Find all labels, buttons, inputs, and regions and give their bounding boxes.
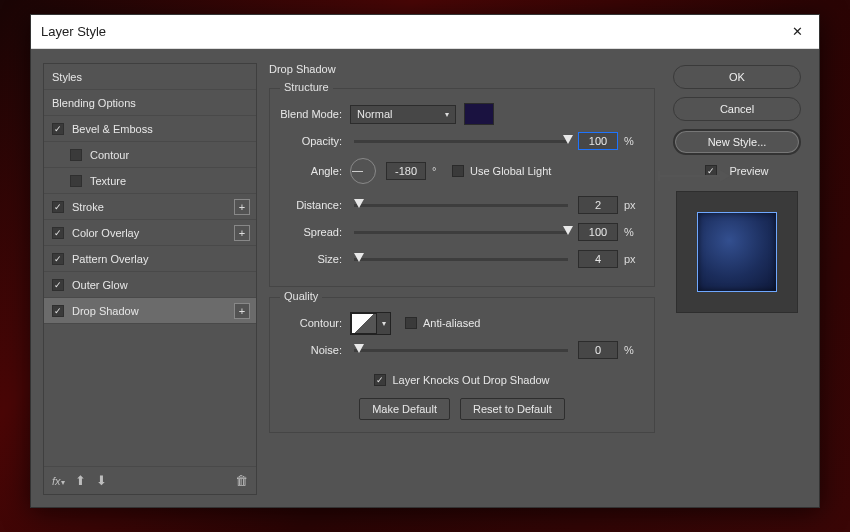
fx-menu-icon[interactable]: fx▾	[52, 473, 65, 488]
anti-aliased-checkbox[interactable]	[405, 317, 417, 329]
checkbox-icon[interactable]	[52, 253, 64, 265]
preview-label: Preview	[729, 165, 768, 177]
styles-list: Styles Blending Options Bevel & Emboss C…	[43, 63, 257, 495]
sidebar-item-label: Contour	[90, 149, 129, 161]
distance-slider[interactable]	[354, 204, 568, 207]
layer-style-dialog: Layer Style ✕ Styles Blending Options Be…	[30, 14, 820, 508]
sidebar-item-contour[interactable]: Contour	[44, 142, 256, 168]
noise-unit: %	[618, 344, 644, 356]
sidebar-item-styles[interactable]: Styles	[44, 64, 256, 90]
spread-slider[interactable]	[354, 231, 568, 234]
angle-label: Angle:	[280, 165, 350, 177]
checkbox-icon[interactable]	[52, 227, 64, 239]
opacity-unit: %	[618, 135, 644, 147]
cancel-button[interactable]: Cancel	[673, 97, 801, 121]
sidebar-item-outer-glow[interactable]: Outer Glow	[44, 272, 256, 298]
sidebar-item-drop-shadow[interactable]: Drop Shadow+	[44, 298, 256, 324]
distance-input[interactable]: 2	[578, 196, 618, 214]
angle-unit: °	[426, 165, 452, 177]
sidebar-item-color-overlay[interactable]: Color Overlay+	[44, 220, 256, 246]
blend-mode-value: Normal	[357, 108, 392, 120]
panel-title: Drop Shadow	[269, 63, 655, 75]
sidebar-item-label: Drop Shadow	[72, 305, 139, 317]
quality-legend: Quality	[280, 290, 322, 302]
size-label: Size:	[280, 253, 350, 265]
angle-dial[interactable]	[350, 158, 376, 184]
sidebar-item-label: Styles	[52, 71, 82, 83]
sidebar-item-label: Color Overlay	[72, 227, 139, 239]
opacity-input[interactable]: 100	[578, 132, 618, 150]
anti-aliased-label: Anti-aliased	[423, 317, 480, 329]
new-style-button[interactable]: New Style...	[673, 129, 801, 155]
angle-input[interactable]: -180	[386, 162, 426, 180]
contour-label: Contour:	[280, 317, 350, 329]
make-default-button[interactable]: Make Default	[359, 398, 450, 420]
sidebar-item-label: Stroke	[72, 201, 104, 213]
checkbox-icon[interactable]	[52, 279, 64, 291]
checkbox-icon[interactable]	[70, 175, 82, 187]
opacity-label: Opacity:	[280, 135, 350, 147]
spread-unit: %	[618, 226, 644, 238]
window-title: Layer Style	[41, 24, 106, 39]
size-input[interactable]: 4	[578, 250, 618, 268]
distance-unit: px	[618, 199, 644, 211]
sidebar-item-label: Texture	[90, 175, 126, 187]
sidebar-item-pattern-overlay[interactable]: Pattern Overlay	[44, 246, 256, 272]
styles-sidebar: Styles Blending Options Bevel & Emboss C…	[43, 63, 257, 495]
chevron-down-icon: ▾	[445, 110, 449, 119]
blend-mode-label: Blend Mode:	[280, 108, 350, 120]
global-light-checkbox[interactable]	[452, 165, 464, 177]
preview-thumbnail	[676, 191, 798, 313]
ok-button[interactable]: OK	[673, 65, 801, 89]
sidebar-footer: fx▾ ⬆ ⬇ 🗑	[44, 466, 256, 494]
noise-input[interactable]: 0	[578, 341, 618, 359]
dialog-body: Styles Blending Options Bevel & Emboss C…	[31, 49, 819, 507]
add-effect-icon[interactable]: +	[234, 303, 250, 319]
knockout-checkbox[interactable]	[374, 374, 386, 386]
trash-icon[interactable]: 🗑	[235, 473, 248, 488]
contour-dropdown-icon[interactable]: ▾	[377, 313, 390, 334]
checkbox-icon[interactable]	[70, 149, 82, 161]
sidebar-item-label: Bevel & Emboss	[72, 123, 153, 135]
noise-slider[interactable]	[354, 349, 568, 352]
dialog-buttons-column: OK Cancel New Style... Preview	[667, 63, 807, 495]
sidebar-item-label: Outer Glow	[72, 279, 128, 291]
sidebar-item-stroke[interactable]: Stroke+	[44, 194, 256, 220]
spread-input[interactable]: 100	[578, 223, 618, 241]
sidebar-item-label: Blending Options	[52, 97, 136, 109]
checkbox-icon[interactable]	[52, 305, 64, 317]
checkbox-icon[interactable]	[52, 201, 64, 213]
sidebar-item-bevel-emboss[interactable]: Bevel & Emboss	[44, 116, 256, 142]
sidebar-item-texture[interactable]: Texture	[44, 168, 256, 194]
quality-group: Quality Contour: ▾ Anti-aliased Noise: 0	[269, 297, 655, 433]
size-unit: px	[618, 253, 644, 265]
structure-group: Structure Blend Mode: Normal ▾ Opacity: …	[269, 88, 655, 287]
effect-settings-panel: Drop Shadow Structure Blend Mode: Normal…	[269, 63, 655, 495]
sidebar-item-label: Pattern Overlay	[72, 253, 148, 265]
add-effect-icon[interactable]: +	[234, 225, 250, 241]
structure-legend: Structure	[280, 81, 333, 93]
noise-label: Noise:	[280, 344, 350, 356]
preview-image	[697, 212, 777, 292]
checkbox-icon[interactable]	[52, 123, 64, 135]
spread-label: Spread:	[280, 226, 350, 238]
sidebar-item-blending-options[interactable]: Blending Options	[44, 90, 256, 116]
shadow-color-swatch[interactable]	[464, 103, 494, 125]
titlebar: Layer Style ✕	[31, 15, 819, 49]
annotation-arrow-icon	[659, 175, 729, 177]
distance-label: Distance:	[280, 199, 350, 211]
global-light-label: Use Global Light	[470, 165, 551, 177]
move-up-icon[interactable]: ⬆	[75, 473, 86, 488]
close-icon[interactable]: ✕	[786, 22, 809, 41]
move-down-icon[interactable]: ⬇	[96, 473, 107, 488]
size-slider[interactable]	[354, 258, 568, 261]
knockout-label: Layer Knocks Out Drop Shadow	[392, 374, 549, 386]
opacity-slider[interactable]	[354, 140, 568, 143]
blend-mode-select[interactable]: Normal ▾	[350, 105, 456, 124]
reset-default-button[interactable]: Reset to Default	[460, 398, 565, 420]
contour-swatch[interactable]	[351, 313, 377, 334]
add-effect-icon[interactable]: +	[234, 199, 250, 215]
